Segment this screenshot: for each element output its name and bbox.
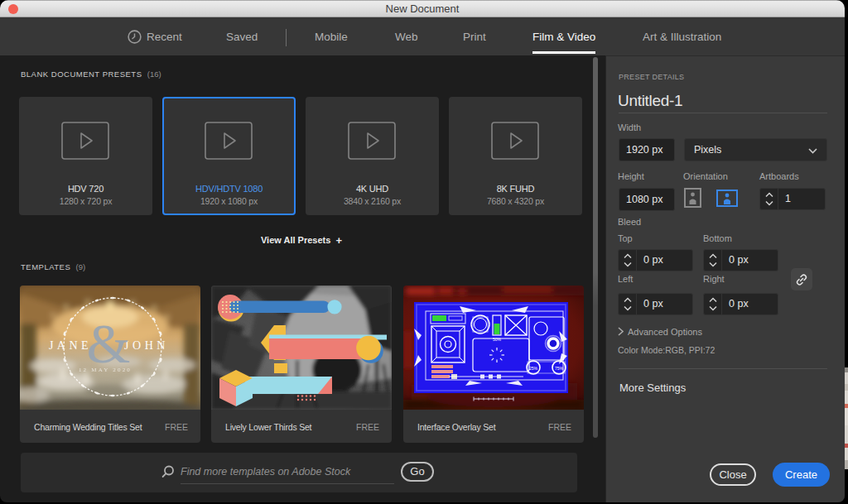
svg-text:12 MAY 2020: 12 MAY 2020: [79, 367, 132, 373]
svg-text:50%: 50%: [493, 337, 502, 342]
svg-text:75%: 75%: [555, 366, 564, 371]
svg-text:JANE: JANE: [49, 339, 92, 352]
svg-text:JOHN: JOHN: [124, 339, 169, 352]
svg-text:&: &: [87, 312, 131, 375]
svg-text:25%: 25%: [529, 366, 538, 371]
